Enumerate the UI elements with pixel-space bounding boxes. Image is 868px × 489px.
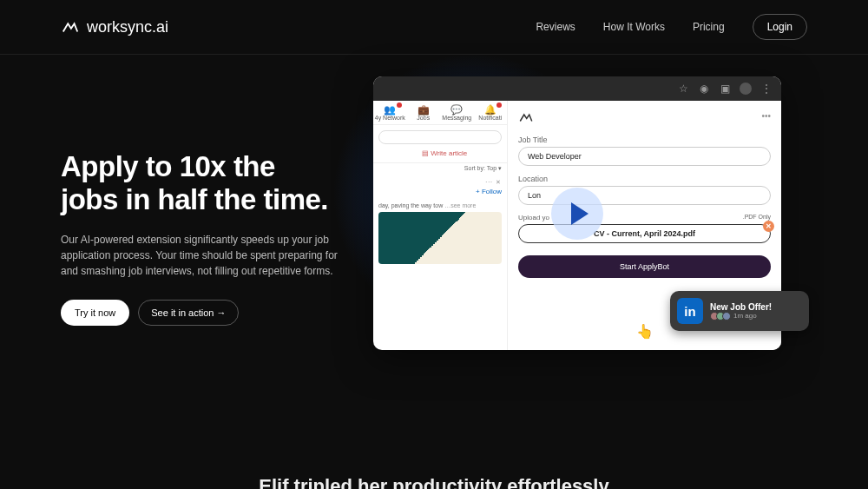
see-more: …see more (444, 202, 476, 208)
hero-title-line2: jobs in half the time. (61, 183, 328, 215)
hero-cta-row: Try it now See it in action → (61, 300, 373, 326)
nav-how-it-works[interactable]: How It Works (603, 21, 665, 33)
try-it-button[interactable]: Try it now (61, 300, 129, 326)
linkedin-icon: in (677, 298, 703, 324)
brand-logo[interactable]: worksync.ai (61, 17, 168, 36)
start-applybot-button: Start ApplyBot (518, 255, 771, 278)
hero-mockup: ☆ ◉ ▣ ⋮ 👥4y Network 💼Jobs 💬Messaging 🔔No… (373, 76, 781, 350)
post-image (378, 212, 502, 264)
testimonial-heading: Elif tripled her productivity effortless… (0, 475, 868, 489)
see-action-button[interactable]: See it in action → (138, 300, 239, 326)
sort-dropdown: Sort by: Top ▾ (373, 162, 507, 174)
job-offer-toast: in New Job Offer! 1m ago (670, 291, 809, 331)
post-snippet: day, paving the way tow (378, 202, 443, 208)
job-title-label: Job Title (518, 135, 771, 144)
hero-copy: Apply to 10x the jobs in half the time. … (61, 107, 373, 326)
play-video-button[interactable] (551, 188, 603, 240)
briefcase-icon: 💼 (407, 104, 441, 115)
tab-messaging: 💬Messaging (440, 101, 474, 124)
avatar-icon (740, 83, 752, 95)
extension-logo-icon (518, 109, 534, 125)
puzzle-icon: ▣ (719, 83, 731, 95)
menu-icon: ⋮ (760, 83, 773, 95)
tab-network-label: 4y Network (375, 115, 405, 121)
write-article-label: Write article (431, 149, 467, 157)
toast-title: New Job Offer! (710, 302, 802, 312)
bell-icon: 🔔 (474, 104, 508, 115)
feed-tabs: 👥4y Network 💼Jobs 💬Messaging 🔔Notificati (373, 101, 507, 125)
job-title-input: Web Developer (518, 147, 771, 166)
post-menu: ··· ✕ (485, 179, 502, 186)
toast-time: 1m ago (733, 312, 757, 320)
cursor-icon: 👆 (636, 323, 654, 340)
hero-section: Apply to 10x the jobs in half the time. … (0, 55, 868, 326)
post-text: day, paving the way tow …see more (373, 199, 507, 212)
hero-title: Apply to 10x the jobs in half the time. (61, 150, 373, 216)
browser-toolbar: ☆ ◉ ▣ ⋮ (373, 76, 781, 101)
brand-name: worksync.ai (87, 18, 168, 36)
toast-body: New Job Offer! 1m ago (710, 302, 802, 320)
tab-messaging-label: Messaging (442, 115, 471, 121)
chat-icon: 💬 (440, 104, 474, 115)
tab-notif-label: Notificati (478, 115, 502, 121)
hero-title-line1: Apply to 10x the (61, 150, 275, 182)
logo-icon (61, 17, 80, 36)
people-icon: 👥 (373, 104, 407, 115)
star-icon: ☆ (677, 83, 689, 95)
toast-meta: 1m ago (710, 312, 802, 320)
follow-button: + Follow (373, 184, 507, 199)
upload-label: Upload yo (518, 214, 549, 221)
remove-file-icon: ✕ (763, 221, 774, 232)
login-button[interactable]: Login (753, 14, 807, 40)
site-header: worksync.ai Reviews How It Works Pricing… (0, 0, 868, 55)
tab-network: 👥4y Network (373, 101, 407, 124)
extension-menu-icon: ••• (761, 111, 771, 121)
toast-avatars (710, 312, 731, 320)
feed-search-input (378, 130, 502, 144)
linkedin-feed: 👥4y Network 💼Jobs 💬Messaging 🔔Notificati… (373, 101, 508, 350)
tab-jobs-label: Jobs (417, 115, 430, 121)
nav-pricing[interactable]: Pricing (693, 21, 725, 33)
uploaded-file-name: CV - Current, April 2024.pdf (594, 229, 695, 238)
location-label: Location (518, 175, 771, 183)
write-article-link: ▤ Write article (378, 149, 502, 157)
tab-notifications: 🔔Notificati (474, 101, 508, 124)
hero-subtitle: Our AI-powered extension significantly s… (61, 232, 356, 279)
top-nav: Reviews How It Works Pricing Login (536, 14, 807, 40)
nav-reviews[interactable]: Reviews (536, 21, 575, 33)
article-icon: ▤ (422, 149, 429, 157)
ext-icon: ◉ (698, 83, 710, 95)
tab-jobs: 💼Jobs (407, 101, 441, 124)
feed-post: ··· ✕ (373, 174, 507, 184)
